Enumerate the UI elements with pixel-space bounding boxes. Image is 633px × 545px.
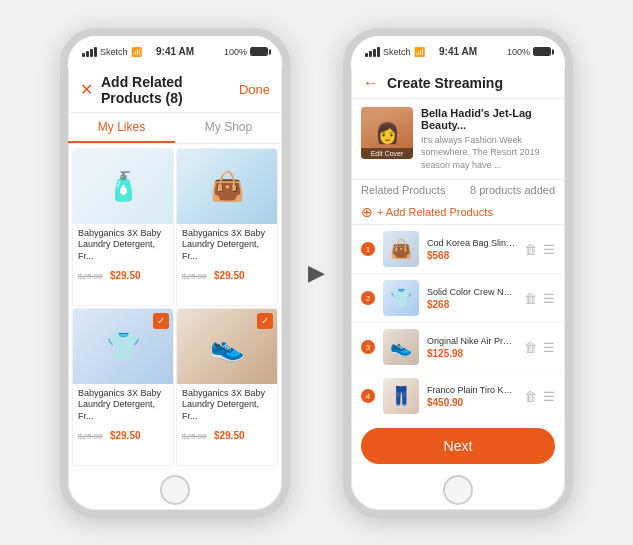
product-info-2: Babyganics 3X Baby Laundry Detergent, Fr… bbox=[177, 224, 277, 288]
phone-1-content: ✕ Add Related Products (8) Done My Likes… bbox=[68, 68, 282, 470]
item-number-4: 4 bbox=[361, 389, 375, 403]
reorder-icon-4[interactable]: ☰ bbox=[543, 389, 555, 404]
phone-1: Sketch 📶 9:41 AM 100% ✕ Add Related Prod… bbox=[60, 28, 290, 518]
product-grid: 🧴 Babyganics 3X Baby Laundry Detergent, … bbox=[68, 144, 282, 470]
carrier-1: Sketch bbox=[100, 47, 128, 57]
cover-description: It's always Fashion Week somewhere. The … bbox=[421, 134, 555, 172]
old-price-4: $25.00 bbox=[182, 432, 206, 441]
list-item[interactable]: 1 👜 Cod Korea Bag Sling Bag Best ... $56… bbox=[351, 225, 565, 274]
new-price-4: $29.50 bbox=[214, 430, 245, 441]
old-price-2: $25.00 bbox=[182, 272, 206, 281]
list-item[interactable]: 4 👖 Franco Plain Tiro Korean Joggers $45… bbox=[351, 372, 565, 421]
list-item[interactable]: 👕 ✓ Babyganics 3X Baby Laundry Detergent… bbox=[72, 308, 174, 466]
related-count: 8 products added bbox=[470, 184, 555, 196]
item-image-3: 👟 bbox=[383, 329, 419, 365]
related-label: Related Products bbox=[361, 184, 445, 196]
status-right-2: 100% bbox=[507, 47, 551, 57]
phone-2-content: ← Create Streaming 👩 Edit Cover Bella Ha… bbox=[351, 68, 565, 470]
list-item[interactable]: 3 👟 Original Nike Air Presto Flyknit ...… bbox=[351, 323, 565, 372]
product-pricing-1: $25.00 $29.50 bbox=[78, 265, 168, 283]
item-info-4: Franco Plain Tiro Korean Joggers $450.90 bbox=[427, 385, 516, 408]
product-name-4: Babyganics 3X Baby Laundry Detergent, Fr… bbox=[182, 388, 272, 423]
related-product-list: 1 👜 Cod Korea Bag Sling Bag Best ... $56… bbox=[351, 225, 565, 421]
signal-icon bbox=[82, 47, 97, 57]
item-price-4: $450.90 bbox=[427, 397, 516, 408]
item-number-1: 1 bbox=[361, 242, 375, 256]
status-left-2: Sketch 📶 bbox=[365, 47, 425, 57]
back-icon[interactable]: ← bbox=[363, 74, 379, 92]
shoes-list-icon: 👟 bbox=[383, 329, 419, 365]
tab-my-likes[interactable]: My Likes bbox=[68, 113, 175, 143]
battery-label-1: 100% bbox=[224, 47, 247, 57]
p2-header: ← Create Streaming bbox=[351, 68, 565, 99]
item-name-3: Original Nike Air Presto Flyknit ... bbox=[427, 336, 516, 346]
add-related-label: + Add Related Products bbox=[377, 206, 493, 218]
status-right-1: 100% bbox=[224, 47, 268, 57]
p2-title: Create Streaming bbox=[387, 75, 503, 91]
delete-icon-4[interactable]: 🗑 bbox=[524, 389, 537, 404]
cover-section: 👩 Edit Cover Bella Hadid's Jet-Lag Beaut… bbox=[361, 107, 555, 172]
related-products-header: Related Products 8 products added bbox=[351, 179, 565, 200]
item-info-3: Original Nike Air Presto Flyknit ... $12… bbox=[427, 336, 516, 359]
battery-label-2: 100% bbox=[507, 47, 530, 57]
cover-text: Bella Hadid's Jet-Lag Beauty... It's alw… bbox=[421, 107, 555, 172]
battery-icon-1 bbox=[250, 47, 268, 56]
product-pricing-3: $25.00 $29.50 bbox=[78, 425, 168, 443]
item-number-3: 3 bbox=[361, 340, 375, 354]
phone-2: Sketch 📶 9:41 AM 100% ← Create Streaming… bbox=[343, 28, 573, 518]
bag-icon: 👜 bbox=[177, 149, 277, 224]
add-related-products-button[interactable]: ⊕ + Add Related Products bbox=[351, 200, 565, 225]
done-button[interactable]: Done bbox=[239, 82, 270, 97]
delete-icon-3[interactable]: 🗑 bbox=[524, 340, 537, 355]
item-price-2: $268 bbox=[427, 299, 516, 310]
phone-1-bottom bbox=[68, 470, 282, 510]
skincare-icon: 🧴 bbox=[73, 149, 173, 224]
product-image-2: 👜 bbox=[177, 149, 277, 224]
home-button-2[interactable] bbox=[443, 475, 473, 505]
new-price-1: $29.50 bbox=[110, 270, 141, 281]
delete-icon-2[interactable]: 🗑 bbox=[524, 291, 537, 306]
reorder-icon-2[interactable]: ☰ bbox=[543, 291, 555, 306]
home-button-1[interactable] bbox=[160, 475, 190, 505]
battery-icon-2 bbox=[533, 47, 551, 56]
next-button[interactable]: Next bbox=[361, 428, 555, 464]
list-item[interactable]: 2 👕 Solid Color Crew Neck T-Shirt For...… bbox=[351, 274, 565, 323]
product-info-3: Babyganics 3X Baby Laundry Detergent, Fr… bbox=[73, 384, 173, 448]
item-actions-4: 🗑 ☰ bbox=[524, 389, 555, 404]
old-price-1: $25.00 bbox=[78, 272, 102, 281]
product-name-1: Babyganics 3X Baby Laundry Detergent, Fr… bbox=[78, 228, 168, 263]
reorder-icon-3[interactable]: ☰ bbox=[543, 340, 555, 355]
item-name-2: Solid Color Crew Neck T-Shirt For... bbox=[427, 287, 516, 297]
item-price-3: $125.98 bbox=[427, 348, 516, 359]
product-name-2: Babyganics 3X Baby Laundry Detergent, Fr… bbox=[182, 228, 272, 263]
bag-list-icon: 👜 bbox=[383, 231, 419, 267]
list-item[interactable]: 👜 Babyganics 3X Baby Laundry Detergent, … bbox=[176, 148, 278, 306]
product-info-4: Babyganics 3X Baby Laundry Detergent, Fr… bbox=[177, 384, 277, 448]
status-left-1: Sketch 📶 bbox=[82, 47, 142, 57]
edit-cover-button[interactable]: Edit Cover bbox=[361, 148, 413, 159]
item-name-4: Franco Plain Tiro Korean Joggers bbox=[427, 385, 516, 395]
close-icon[interactable]: ✕ bbox=[80, 80, 93, 99]
item-image-4: 👖 bbox=[383, 378, 419, 414]
p1-title: Add Related Products (8) bbox=[101, 74, 239, 106]
battery-fill-2 bbox=[534, 48, 550, 55]
list-item[interactable]: 👟 ✓ Babyganics 3X Baby Laundry Detergent… bbox=[176, 308, 278, 466]
time-2: 9:41 AM bbox=[439, 46, 477, 57]
status-bar-1: Sketch 📶 9:41 AM 100% bbox=[68, 36, 282, 68]
product-pricing-2: $25.00 $29.50 bbox=[182, 265, 272, 283]
battery-fill-1 bbox=[251, 48, 267, 55]
reorder-icon[interactable]: ☰ bbox=[543, 242, 555, 257]
wifi-icon-2: 📶 bbox=[414, 47, 425, 57]
carrier-2: Sketch bbox=[383, 47, 411, 57]
signal-icon-2 bbox=[365, 47, 380, 57]
list-item[interactable]: 🧴 Babyganics 3X Baby Laundry Detergent, … bbox=[72, 148, 174, 306]
item-price-1: $568 bbox=[427, 250, 516, 261]
delete-icon[interactable]: 🗑 bbox=[524, 242, 537, 257]
time-1: 9:41 AM bbox=[156, 46, 194, 57]
item-actions-2: 🗑 ☰ bbox=[524, 291, 555, 306]
scene: Sketch 📶 9:41 AM 100% ✕ Add Related Prod… bbox=[50, 18, 583, 528]
add-circle-icon: ⊕ bbox=[361, 204, 373, 220]
tab-my-shop[interactable]: My Shop bbox=[175, 113, 282, 143]
check-badge-4: ✓ bbox=[257, 313, 273, 329]
transition-arrow: ▶ bbox=[308, 260, 325, 286]
